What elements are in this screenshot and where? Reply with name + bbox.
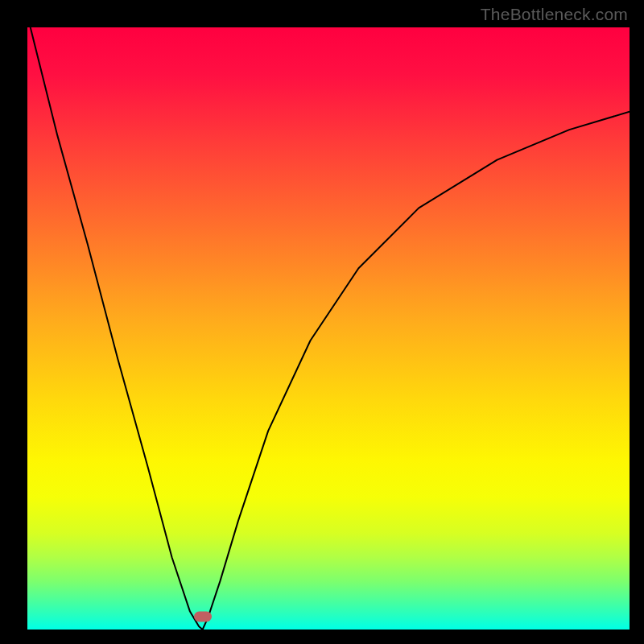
curve-left-branch (31, 27, 203, 630)
curve-right-branch (203, 112, 630, 630)
watermark-text: TheBottleneck.com (481, 5, 628, 24)
bottleneck-curve (27, 27, 630, 630)
plot-area (27, 27, 630, 630)
outer-frame: TheBottleneck.com (0, 0, 644, 644)
optimum-marker (194, 612, 212, 622)
